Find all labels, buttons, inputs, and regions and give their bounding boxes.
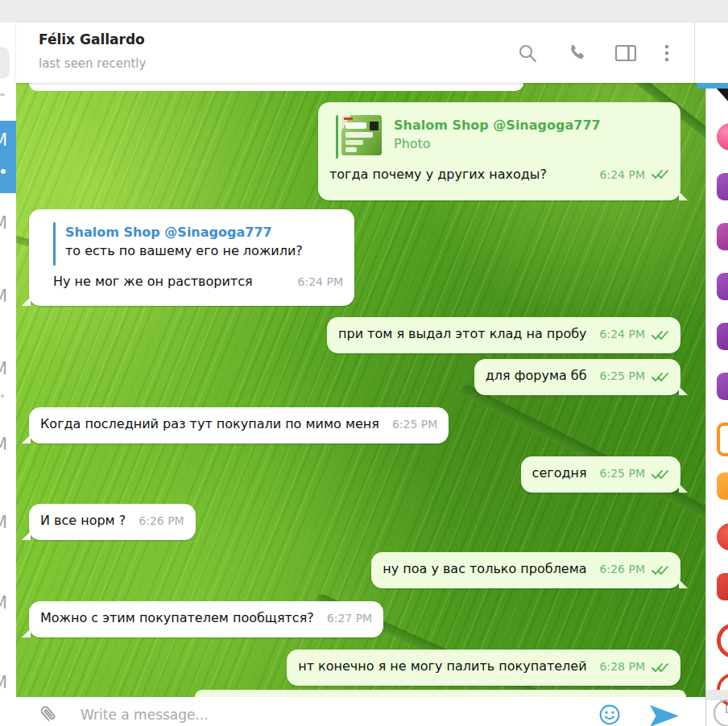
telegram-window: М М М М М М М М Shalom Shop @Sina bbox=[0, 0, 728, 726]
partial-message-bubble[interactable] bbox=[195, 690, 686, 697]
partial-message-bubble[interactable] bbox=[29, 83, 523, 91]
search-icon[interactable] bbox=[517, 43, 538, 64]
read-checks-icon bbox=[651, 169, 669, 179]
message-bubble[interactable]: нт конечно я не могу палить покупателей … bbox=[287, 650, 680, 686]
chat-status: last seen recently bbox=[39, 56, 146, 71]
emoji-icon[interactable] bbox=[717, 623, 728, 658]
message-text: для форума бб bbox=[486, 368, 587, 383]
clock-icon[interactable] bbox=[714, 699, 728, 726]
chat-list-item[interactable]: М bbox=[0, 673, 15, 692]
reply-photo-thumbnail[interactable] bbox=[341, 115, 382, 155]
attach-icon[interactable] bbox=[35, 702, 60, 726]
quote-bar bbox=[336, 115, 338, 159]
message-text: сегодня bbox=[532, 465, 587, 481]
chat-list-item[interactable]: М bbox=[0, 213, 15, 233]
message-text: Можно с этим покупателем пообщятся? bbox=[40, 610, 314, 625]
message-text: Ну не мог же он растворится bbox=[53, 274, 253, 289]
message-time: 6:24 PM bbox=[600, 168, 645, 181]
quote-author[interactable]: Shalom Shop @Sinagoga777 bbox=[65, 224, 303, 241]
right-panel-accent-bar bbox=[697, 83, 728, 89]
chat-list-item[interactable]: М bbox=[0, 287, 15, 306]
emoji-icon[interactable] bbox=[717, 472, 728, 500]
quote-author[interactable]: Shalom Shop @Sinagoga777 bbox=[394, 117, 601, 134]
chat-list-text-fragment bbox=[0, 93, 5, 96]
read-checks-icon bbox=[651, 662, 669, 673]
message-time: 6:25 PM bbox=[600, 369, 645, 382]
chat-list-item-label: М bbox=[0, 130, 7, 150]
read-checks-icon bbox=[651, 565, 669, 575]
message-bubble[interactable]: при том я выдал этот клад на пробу 6:24 … bbox=[327, 317, 680, 353]
sidebar-toggle-icon[interactable] bbox=[614, 43, 637, 64]
chat-list-item[interactable]: М bbox=[0, 513, 15, 532]
emoji-icon[interactable] bbox=[717, 373, 728, 400]
chat-list-item[interactable]: М bbox=[0, 359, 15, 378]
more-menu-icon[interactable] bbox=[663, 43, 671, 64]
message-time: 6:25 PM bbox=[600, 467, 645, 480]
emoji-icon[interactable] bbox=[717, 323, 728, 350]
read-checks-icon bbox=[651, 372, 669, 382]
message-time: 6:27 PM bbox=[327, 612, 372, 625]
message-text: И все норм ? bbox=[40, 513, 126, 528]
message-text: при том я выдал этот клад на пробу bbox=[338, 326, 587, 341]
window-title-bar bbox=[0, 0, 728, 23]
emoji-icon[interactable] bbox=[717, 223, 728, 250]
emoji-icon[interactable] bbox=[717, 523, 728, 551]
chat-search-input[interactable] bbox=[0, 47, 10, 79]
read-checks-icon bbox=[651, 330, 669, 340]
read-checks-icon bbox=[651, 469, 669, 480]
quote-media-label: Photo bbox=[394, 134, 601, 154]
phone-call-icon[interactable] bbox=[566, 43, 587, 64]
emoji-icon[interactable] bbox=[717, 123, 728, 151]
send-icon[interactable] bbox=[649, 705, 680, 726]
message-time: 6:24 PM bbox=[298, 275, 343, 288]
chat-background: Shalom Shop @Sinagoga777 Photo тогда поч… bbox=[16, 83, 705, 697]
message-time: 6:26 PM bbox=[600, 563, 645, 575]
message-bubble[interactable]: Shalom Shop @Sinagoga777 то есть по ваше… bbox=[29, 209, 354, 306]
chat-title[interactable]: Félix Gallardo bbox=[39, 31, 145, 47]
message-bubble[interactable]: ну поа у вас только проблема 6:26 PM bbox=[371, 552, 680, 588]
message-bubble[interactable]: Shalom Shop @Sinagoga777 Photo тогда поч… bbox=[318, 102, 680, 200]
message-composer[interactable]: Write a message... bbox=[16, 697, 705, 726]
chat-header[interactable]: Félix Gallardo last seen recently bbox=[16, 23, 728, 83]
message-bubble[interactable]: Когда последний раз тут покупали по мимо… bbox=[29, 407, 449, 443]
reply-quote[interactable]: Shalom Shop @Sinagoga777 то есть по ваше… bbox=[53, 222, 343, 266]
message-time: 6:24 PM bbox=[600, 328, 645, 340]
chat-list-item[interactable]: М bbox=[0, 593, 15, 613]
message-time: 6:28 PM bbox=[600, 660, 645, 673]
chat-list-item-selected[interactable]: М bbox=[0, 121, 16, 193]
message-text: Когда последний раз тут покупали по мимо… bbox=[40, 416, 379, 431]
emoji-icon[interactable] bbox=[599, 704, 620, 725]
emoji-icon[interactable] bbox=[717, 173, 728, 200]
chat-list-text-fragment bbox=[1, 394, 4, 398]
quote-bar bbox=[53, 222, 56, 266]
message-text: ну поа у вас только проблема bbox=[383, 561, 586, 576]
message-bubble[interactable]: И все норм ? 6:26 PM bbox=[29, 504, 196, 540]
chat-list-sidebar[interactable]: М М М М М М М М bbox=[0, 23, 16, 726]
message-input[interactable]: Write a message... bbox=[81, 707, 209, 723]
unread-dot bbox=[1, 169, 6, 174]
chat-list-item[interactable]: М bbox=[0, 435, 15, 454]
right-panel-divider bbox=[706, 690, 728, 700]
message-time: 6:25 PM bbox=[392, 418, 437, 431]
message-time: 6:26 PM bbox=[139, 514, 184, 527]
emoji-icon[interactable] bbox=[717, 273, 728, 300]
quote-text: то есть по вашему его не ложили? bbox=[65, 241, 303, 261]
message-text: нт конечно я не могу палить покупателей bbox=[298, 658, 586, 674]
message-bubble[interactable]: Можно с этим покупателем пообщятся? 6:27… bbox=[29, 601, 383, 637]
emoji-icon[interactable] bbox=[717, 573, 728, 600]
message-bubble[interactable]: сегодня 6:25 PM bbox=[521, 456, 680, 493]
emoji-icon[interactable] bbox=[717, 423, 728, 456]
right-emoji-panel[interactable] bbox=[705, 83, 728, 726]
reply-quote[interactable]: Shalom Shop @Sinagoga777 Photo bbox=[336, 115, 669, 159]
panel-divider bbox=[694, 23, 695, 83]
message-bubble[interactable]: для форума бб 6:25 PM bbox=[474, 359, 680, 395]
message-text: тогда почему у других находы? bbox=[329, 167, 547, 182]
partial-image-fragment bbox=[717, 89, 728, 102]
